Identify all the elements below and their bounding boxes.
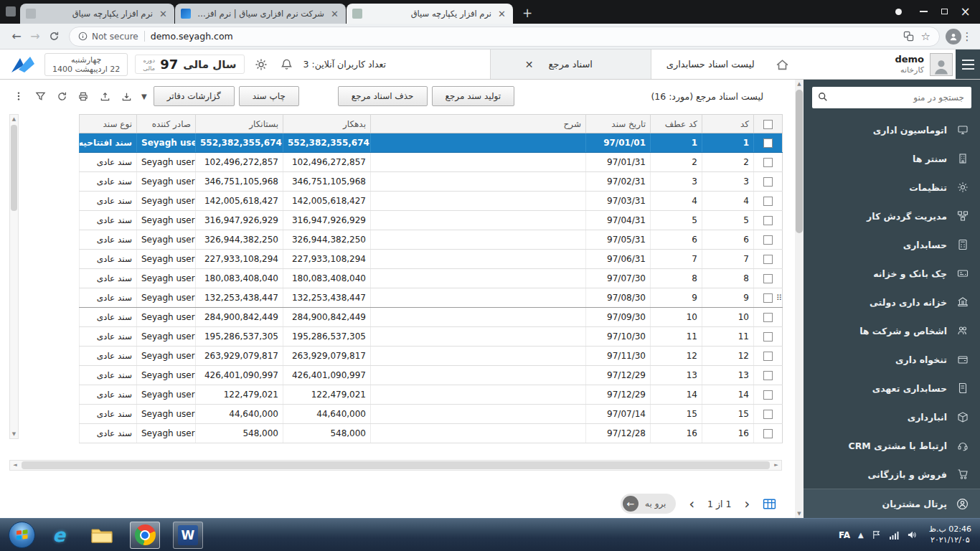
- row-checkbox[interactable]: [763, 332, 773, 342]
- new-tab-button[interactable]: +: [518, 4, 537, 22]
- scroll-up-icon[interactable]: ▲: [10, 116, 18, 122]
- sidebar-item-crm[interactable]: ارتباط با مشتری CRM: [804, 431, 980, 460]
- scroll-right-icon[interactable]: ►: [771, 461, 781, 470]
- table-row[interactable]: 9997/08/30132,253,438,447132,253,438,447…: [80, 288, 783, 308]
- settings-gear-icon[interactable]: [252, 55, 270, 74]
- column-credit[interactable]: بستانکار: [196, 115, 283, 133]
- drag-handle-icon[interactable]: [776, 294, 782, 302]
- delete-reference-docs-button[interactable]: حذف اسناد مرجع: [338, 86, 428, 106]
- minimize-button[interactable]: [913, 3, 934, 20]
- internet-explorer-icon[interactable]: e: [44, 522, 74, 549]
- refresh-icon[interactable]: [44, 27, 63, 46]
- restore-button[interactable]: [934, 3, 955, 20]
- fiscal-year-selector[interactable]: سال مالی 97 دوره مالی: [135, 55, 244, 74]
- close-button[interactable]: ×: [955, 3, 976, 20]
- back-icon[interactable]: ←: [7, 27, 26, 46]
- refresh-grid-icon[interactable]: [53, 88, 70, 105]
- tab-reference-documents[interactable]: ✕ اسناد مرجع: [490, 50, 651, 79]
- sidebar-item-accrual-accounting[interactable]: حسابداری تعهدی: [804, 374, 980, 402]
- grid-view-icon[interactable]: [763, 498, 776, 510]
- row-select-cell[interactable]: [754, 172, 783, 192]
- address-bar[interactable]: Not secure demo.seyagh.com ☆: [69, 27, 940, 47]
- row-select-cell[interactable]: [754, 269, 783, 288]
- column-description[interactable]: شرح: [371, 115, 586, 133]
- browser-tab-active[interactable]: نرم افزار یکپارچه سیاق ✕: [347, 4, 513, 24]
- row-checkbox[interactable]: [763, 235, 773, 245]
- row-select-cell[interactable]: [754, 405, 783, 424]
- network-icon[interactable]: [889, 531, 899, 540]
- filter-icon[interactable]: [32, 88, 49, 105]
- profile-avatar[interactable]: [946, 29, 961, 44]
- scrollbar-thumb[interactable]: [22, 461, 770, 469]
- row-checkbox[interactable]: [763, 138, 773, 148]
- home-icon[interactable]: [770, 50, 796, 79]
- table-row[interactable]: 101097/09/30284,900,842,449284,900,842,4…: [80, 308, 783, 327]
- scrollbar-thumb[interactable]: [796, 90, 803, 233]
- row-checkbox[interactable]: [763, 429, 773, 438]
- row-checkbox[interactable]: [763, 274, 773, 283]
- browser-menu-icon[interactable]: ⋮: [961, 30, 973, 43]
- grid-vertical-scrollbar[interactable]: ▲ ▼: [9, 114, 19, 439]
- scroll-down-icon[interactable]: ▼: [10, 431, 18, 437]
- sidebar-item-warehouse[interactable]: انبارداری: [804, 402, 980, 431]
- row-select-cell[interactable]: [754, 250, 783, 269]
- sidebar-item-customer-portal[interactable]: پرتال مشتریان: [804, 489, 980, 518]
- browser-tab-2[interactable]: شرکت نرم افزاری سیاق | نرم افزار مالی و …: [175, 4, 346, 24]
- table-row[interactable]: 7797/06/31227,933,108,294227,933,108,294…: [80, 250, 783, 269]
- row-checkbox[interactable]: [763, 390, 773, 400]
- sidebar-item-petty-cash[interactable]: تنخواه داری: [804, 345, 980, 374]
- print-document-button[interactable]: چاپ سند: [239, 86, 299, 106]
- scroll-up-icon[interactable]: ▲: [795, 81, 804, 87]
- table-row[interactable]: 6697/05/31326,944,382,250326,944,382,250…: [80, 230, 783, 250]
- sidebar-item-settings[interactable]: تنظیمات: [804, 173, 980, 202]
- user-account[interactable]: demo کارخانه: [895, 50, 956, 79]
- table-row[interactable]: 111197/10/30195,286,537,305195,286,537,3…: [80, 327, 783, 347]
- table-row[interactable]: 121297/11/30263,929,079,817263,929,079,8…: [80, 347, 783, 366]
- column-doc-date[interactable]: تاریخ سند: [586, 115, 651, 133]
- word-taskbar-icon[interactable]: W: [173, 522, 203, 549]
- row-checkbox[interactable]: [763, 410, 773, 419]
- chrome-taskbar-icon[interactable]: [130, 522, 160, 549]
- forward-icon[interactable]: →: [26, 27, 44, 46]
- row-select-cell[interactable]: [754, 211, 783, 230]
- menu-search-input[interactable]: [812, 87, 971, 108]
- sidebar-item-office-automation[interactable]: اتوماسیون اداری: [804, 116, 980, 144]
- row-select-cell[interactable]: [754, 385, 783, 405]
- table-row[interactable]: 141497/12/29122,479,021122,479,021Seyagh…: [80, 385, 783, 405]
- column-code[interactable]: کد: [702, 115, 754, 133]
- show-hidden-icons[interactable]: ▲: [858, 531, 864, 539]
- volume-icon[interactable]: [907, 530, 917, 540]
- grid-horizontal-scrollbar[interactable]: ◄ ►: [9, 460, 782, 471]
- column-debit[interactable]: بدهکار: [283, 115, 371, 133]
- tab-accounting-documents-list[interactable]: لیست اسناد حسابداری: [651, 50, 770, 79]
- row-checkbox[interactable]: [763, 255, 773, 264]
- sidebar-item-sales-commerce[interactable]: فروش و بازرگانی: [804, 460, 980, 489]
- tab-close-icon[interactable]: ✕: [525, 59, 534, 70]
- column-doc-type[interactable]: نوع سند: [80, 115, 137, 133]
- row-checkbox[interactable]: [763, 197, 773, 206]
- row-checkbox[interactable]: [763, 216, 773, 225]
- select-all-checkbox[interactable]: [763, 120, 773, 129]
- next-page-icon[interactable]: ›: [744, 497, 750, 511]
- ledger-reports-button[interactable]: گزارشات دفاتر: [154, 86, 235, 106]
- tab-close-icon[interactable]: ✕: [329, 9, 340, 19]
- row-checkbox[interactable]: [763, 177, 773, 187]
- table-row[interactable]: 3397/02/31346,751,105,968346,751,105,968…: [80, 172, 783, 192]
- sidebar-item-persons-companies[interactable]: اشخاص و شرکت ها: [804, 316, 980, 345]
- tab-close-icon[interactable]: ✕: [496, 9, 507, 19]
- start-button[interactable]: [9, 522, 35, 548]
- table-row[interactable]: 161697/12/28548,000548,000Seyagh userسند…: [80, 424, 783, 443]
- generate-reference-doc-button[interactable]: تولید سند مرجع: [432, 86, 515, 106]
- row-select-cell[interactable]: [754, 153, 783, 172]
- import-down-icon[interactable]: [118, 88, 135, 105]
- table-row[interactable]: 4497/03/31142,005,618,427142,005,618,427…: [80, 192, 783, 211]
- language-indicator[interactable]: FA: [839, 530, 850, 540]
- taskbar-clock[interactable]: 02:46 ب.ظ ۲۰۲۱/۱۲/۰۵: [929, 524, 971, 546]
- row-select-cell[interactable]: [754, 308, 783, 327]
- sidebar-item-accounting[interactable]: حسابداری: [804, 230, 980, 259]
- scrollbar-thumb[interactable]: [11, 125, 17, 211]
- column-issuer[interactable]: صادر کننده: [137, 115, 196, 133]
- sidebar-item-government-treasury[interactable]: خزانه داری دولتی: [804, 288, 980, 316]
- prev-page-icon[interactable]: ‹: [689, 497, 694, 511]
- sidebar-item-bank-treasury[interactable]: چک بانک و خزانه: [804, 259, 980, 288]
